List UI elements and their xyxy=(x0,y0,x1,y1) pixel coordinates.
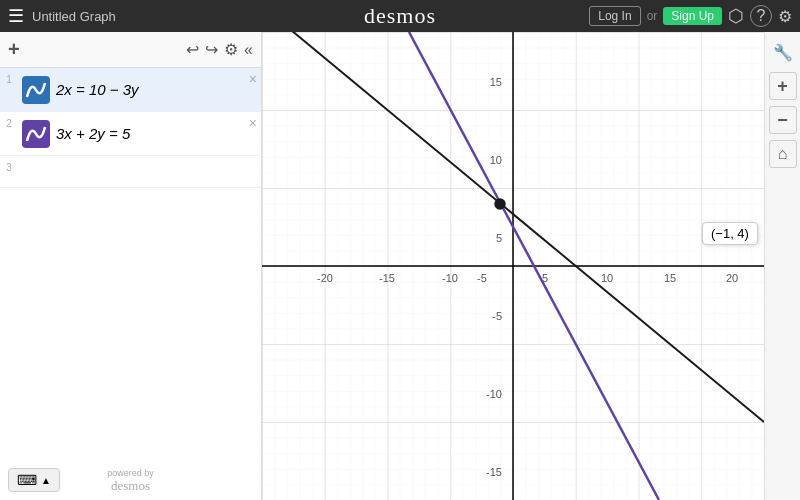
svg-text:5: 5 xyxy=(496,232,502,244)
keyboard-arrow: ▲ xyxy=(41,475,51,486)
svg-text:-20: -20 xyxy=(317,272,333,284)
svg-text:-5: -5 xyxy=(492,310,502,322)
svg-text:-15: -15 xyxy=(486,466,502,478)
right-toolbar: 🔧 + − ⌂ xyxy=(764,32,800,500)
add-expression-button[interactable]: + xyxy=(8,38,20,61)
keyboard-button[interactable]: ⌨ ▲ xyxy=(8,468,60,492)
wrench-button[interactable]: 🔧 xyxy=(769,38,797,66)
main-area: + ↩ ↪ ⚙ « 1 2x = 10 − 3y × xyxy=(0,32,800,500)
toolbar-right: ↩ ↪ ⚙ « xyxy=(186,40,253,59)
topbar-left: ☰ Untitled Graph xyxy=(8,5,116,27)
expr-formula-2[interactable]: 3x + 2y = 5 xyxy=(54,121,261,146)
powered-by-brand: desmos xyxy=(111,478,150,494)
login-button[interactable]: Log In xyxy=(589,6,640,26)
top-bar: ☰ Untitled Graph desmos Log In or Sign U… xyxy=(0,0,800,32)
expr-formula-1[interactable]: 2x = 10 − 3y xyxy=(54,77,261,102)
topbar-right: Log In or Sign Up ⬡ ? ⚙ xyxy=(589,5,792,27)
svg-text:-15: -15 xyxy=(379,272,395,284)
graph-svg: -20 -15 -10 -5 5 10 15 20 15 10 5 -5 -10… xyxy=(262,32,764,500)
expression-item-2: 2 3x + 2y = 5 × xyxy=(0,112,261,156)
help-button[interactable]: ? xyxy=(750,5,772,27)
svg-text:-5: -5 xyxy=(477,272,487,284)
powered-by-text: powered by xyxy=(107,468,154,478)
graph-title: Untitled Graph xyxy=(32,9,116,24)
zoom-in-button[interactable]: + xyxy=(769,72,797,100)
share-button[interactable]: ⬡ xyxy=(728,5,744,27)
keyboard-icon: ⌨ xyxy=(17,472,37,488)
svg-text:-10: -10 xyxy=(442,272,458,284)
signup-button[interactable]: Sign Up xyxy=(663,7,722,25)
expr-close-2[interactable]: × xyxy=(249,116,257,130)
expression-item-3[interactable]: 3 xyxy=(0,156,261,188)
graph-area[interactable]: -20 -15 -10 -5 5 10 15 20 15 10 5 -5 -10… xyxy=(262,32,764,500)
brand-logo: desmos xyxy=(364,3,436,29)
collapse-panel-button[interactable]: « xyxy=(244,40,253,59)
svg-text:15: 15 xyxy=(664,272,676,284)
svg-text:20: 20 xyxy=(726,272,738,284)
zoom-out-button[interactable]: − xyxy=(769,106,797,134)
menu-button[interactable]: ☰ xyxy=(8,5,24,27)
left-panel: + ↩ ↪ ⚙ « 1 2x = 10 − 3y × xyxy=(0,32,262,500)
intersection-point xyxy=(495,199,505,209)
svg-text:10: 10 xyxy=(601,272,613,284)
curve-icon-2 xyxy=(25,123,47,145)
expr-color-icon-2[interactable] xyxy=(22,120,50,148)
expr-number-1: 1 xyxy=(0,68,18,87)
expr-number-2: 2 xyxy=(0,112,18,131)
graph-settings-button[interactable]: ⚙ xyxy=(224,40,238,59)
expression-item-1: 1 2x = 10 − 3y × xyxy=(0,68,261,112)
expr-color-icon-1[interactable] xyxy=(22,76,50,104)
redo-button[interactable]: ↪ xyxy=(205,40,218,59)
svg-text:15: 15 xyxy=(490,76,502,88)
expression-toolbar: + ↩ ↪ ⚙ « xyxy=(0,32,261,68)
expr-number-3: 3 xyxy=(0,156,18,175)
curve-icon-1 xyxy=(25,79,47,101)
undo-button[interactable]: ↩ xyxy=(186,40,199,59)
expr-close-1[interactable]: × xyxy=(249,72,257,86)
home-button[interactable]: ⌂ xyxy=(769,140,797,168)
settings-button[interactable]: ⚙ xyxy=(778,7,792,26)
expression-list: 1 2x = 10 − 3y × 2 xyxy=(0,68,261,462)
or-text: or xyxy=(647,9,658,23)
svg-text:-10: -10 xyxy=(486,388,502,400)
svg-text:10: 10 xyxy=(490,154,502,166)
